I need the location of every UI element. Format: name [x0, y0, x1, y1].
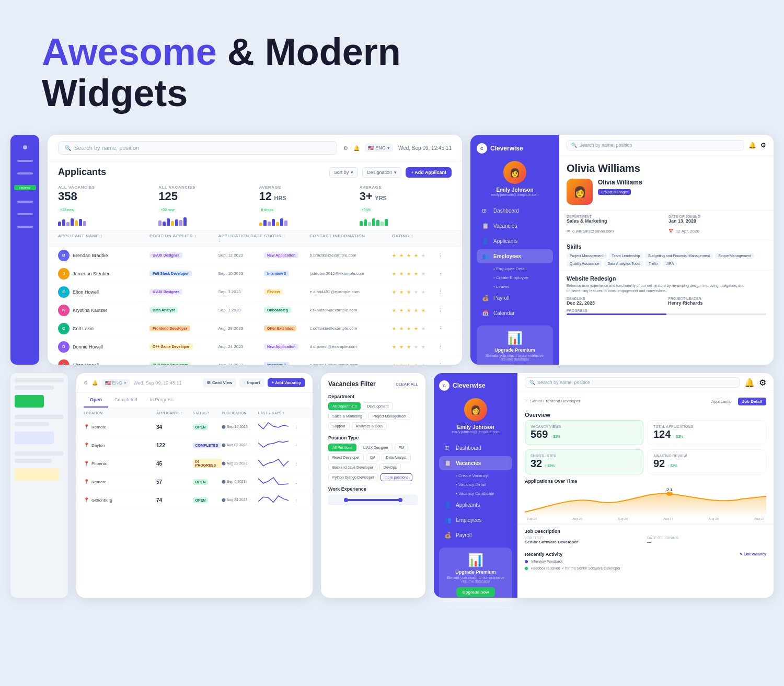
job-nav-dashboard[interactable]: ⊞ Dashboard — [439, 441, 512, 455]
subitem-create-employee[interactable]: • Create Employee — [489, 273, 553, 282]
svg-point-0 — [666, 492, 673, 496]
subitem-vacancy-candidate[interactable]: • Vacancy Candidate — [452, 489, 512, 498]
job-nav-employees[interactable]: 👥 Employees — [439, 513, 512, 527]
job-tab-detail[interactable]: Job Detail — [738, 398, 766, 405]
sidebar-item-payroll[interactable]: 💰 Payroll — [477, 291, 553, 305]
left-partial-card: vacancy — [10, 135, 39, 365]
subitem-create-vacancy[interactable]: • Create Vacancy — [452, 471, 512, 480]
skill-tag: Team Leadership — [609, 253, 643, 259]
subitem-leaves[interactable]: • Leaves — [489, 282, 553, 291]
bell-icon[interactable]: 🔔 — [748, 142, 756, 149]
job-logo-text: Cleverwise — [453, 382, 486, 389]
chip-qa[interactable]: QA — [366, 454, 379, 461]
chip-all-pos[interactable]: All Positions — [328, 444, 356, 451]
table-row[interactable]: C Colt Lakin Frontend Developer Aug. 28 … — [48, 320, 462, 338]
right-section: C Cleverwise 👩 Emily Johnson emily.johns… — [470, 135, 774, 365]
detail-search[interactable]: 🔍 Search by name, position — [567, 140, 744, 150]
chip-sales[interactable]: Sales & Marketing — [328, 412, 366, 420]
tab-completed[interactable]: Completed — [108, 393, 144, 408]
job-nav-applicants[interactable]: 👤 Applicants — [439, 498, 512, 512]
person-info: Olivia Williams Project Manager — [598, 179, 766, 195]
more-positions[interactable]: more positions — [381, 473, 413, 481]
bell-icon[interactable]: 🔔 — [744, 378, 755, 388]
sidebar-item-label: Payroll — [493, 295, 510, 301]
settings-icon[interactable]: ⚙ — [760, 142, 766, 149]
sidebar-item-vacancies[interactable]: 📋 Vacancies — [477, 219, 553, 233]
date-label: Wed, Sep 09, 12:45:11 — [398, 145, 452, 151]
vac-row[interactable]: 📍 Dayton 122 COMPLETED ⬤ Aug 02 2023 ⋮ — [76, 436, 313, 455]
skill-tag: Trello — [645, 261, 661, 266]
upgrade-icon: 📊 — [482, 331, 548, 345]
chip-data-analyst[interactable]: Data Analyst — [382, 454, 410, 461]
chip-all-dept[interactable]: All Department — [328, 402, 361, 410]
project-section: Website Redesign Enhance user experience… — [559, 271, 774, 319]
sidebar-item-employees[interactable]: 👥 Employees — [477, 249, 553, 263]
table-row[interactable]: B Brendan Bradtke UI/UX Designer Sep. 12… — [48, 247, 462, 265]
lang-badge[interactable]: 🇺🇸 ENG ▾ — [365, 144, 393, 152]
job-user-profile: 👩 Emily Johnson emily.johnson@template.c… — [439, 398, 512, 434]
sidebar-logo: C Cleverwise — [477, 143, 553, 154]
job-nav-payroll[interactable]: 💰 Payroll — [439, 528, 512, 542]
sidebar-item-label: Employees — [493, 253, 521, 259]
sidebar-item-calendar[interactable]: 📅 Calendar — [477, 306, 553, 320]
settings-icon[interactable]: ⚙ — [343, 145, 348, 151]
chip-analytics[interactable]: Analytics & Data — [352, 422, 387, 430]
chip-pm[interactable]: PM — [395, 444, 409, 451]
sort-by[interactable]: Sort by ▾ — [329, 167, 359, 178]
vac-header: ⚙🔔 🇺🇸 ENG ▾ Wed, Sep 09, 12:45:11 ⊞ Card… — [76, 373, 313, 393]
subitem-employee-detail[interactable]: • Employee Detail — [489, 264, 553, 273]
chip-ux[interactable]: UI/UX Designer — [359, 444, 393, 451]
dashboard-icon: ⊞ — [482, 207, 489, 214]
clear-all-btn[interactable]: CLEAR ALL — [396, 382, 418, 387]
chip-devops[interactable]: DevOps — [379, 463, 401, 471]
add-applicant-btn[interactable]: + Add Applicant — [406, 167, 452, 178]
designation[interactable]: Designation ▾ — [362, 167, 401, 178]
avatar: 👩 — [503, 161, 526, 184]
person-meta: DEPARTMENT Sales & Marketing DATE OF JOI… — [559, 211, 774, 239]
sidebar-item-applicants[interactable]: 👤 Applicants — [477, 234, 553, 248]
search-icon: 🔍 — [571, 143, 577, 148]
add-vacancy-btn[interactable]: + Add Vacancy — [268, 378, 305, 387]
chip-development[interactable]: Development — [363, 402, 393, 410]
chip-support[interactable]: Support — [328, 422, 350, 430]
search-bar[interactable]: 🔍 Search by name, position — [58, 141, 337, 155]
card-view-btn[interactable]: ⊞ Card View — [203, 378, 237, 387]
job-upgrade-btn[interactable]: Upgrade now — [456, 587, 495, 597]
table-row[interactable]: K Krystina Kautzer Data Analyst Sep. 1 2… — [48, 301, 462, 320]
job-search[interactable]: 🔍 Search by name, position — [525, 377, 740, 388]
chip-backend[interactable]: Backend Java Developer — [328, 463, 377, 471]
job-copyright: Copyright © 2023 By Merkative. All Right… — [439, 606, 512, 609]
job-nav-vacancies[interactable]: 📋 Vacancies — [439, 456, 512, 470]
table-row[interactable]: J Jameson Steuber Full Stack Developer S… — [48, 265, 462, 283]
job-tab-applicants[interactable]: Applicants — [707, 398, 735, 405]
tab-open[interactable]: Open — [84, 393, 108, 408]
department-field: DEPARTMENT Sales & Marketing — [567, 215, 664, 224]
bell-icon[interactable]: 🔔 — [353, 145, 360, 151]
leader-field: PROJECT LEADER Henry Richards — [668, 297, 766, 306]
table-row[interactable]: E Elton Howell PHP Web Developer Aug. 24… — [48, 356, 462, 365]
table-row[interactable]: D Donnie Howell C++ Game Developer Aug. … — [48, 338, 462, 356]
person-name: Olivia Williams — [567, 162, 766, 175]
subitem-vacancy-detail[interactable]: • Vacancy Detail — [452, 480, 512, 489]
chip-python[interactable]: Python Django Developer — [328, 473, 378, 481]
project-title: Website Redesign — [567, 275, 766, 282]
tab-inprogress[interactable]: In Progress — [144, 393, 180, 408]
settings-icon[interactable]: ⚙ — [759, 378, 766, 388]
edit-vacancy-btn[interactable]: ✎ Edit Vacancy — [740, 552, 766, 556]
sidebar-item-dashboard[interactable]: ⊞ Dashboard — [477, 204, 553, 218]
table-row[interactable]: E Elton Howell UI/UX Designer Sep. 3 202… — [48, 283, 462, 301]
job-detail-section: C Cleverwise 👩 Emily Johnson emily.johns… — [434, 373, 774, 598]
email-field: ✉ o.williams@email.com — [567, 228, 664, 235]
chip-react[interactable]: React Developer — [328, 454, 364, 461]
vac-row[interactable]: 📍 Githonburg 74 OPEN ⬤ Aug 24 2023 ⋮ — [76, 491, 313, 509]
chip-project-mgmt[interactable]: Project Management — [368, 412, 411, 420]
search-placeholder: Search by name, position — [74, 145, 139, 151]
hero-highlight: Awesome — [42, 31, 217, 73]
vac-row[interactable]: 📍 Phoenix 45 IN PROGRESS ⬤ Aug 22 2023 ⋮ — [76, 455, 313, 473]
vac-row[interactable]: 📍 Remote 34 OPEN ⬤ Sep 12 2023 ⋮ — [76, 418, 313, 436]
kpi-awaiting: AWAITING REVIEW 92 ↑ 32% — [648, 449, 766, 474]
job-upgrade-desc: Elevate your reach to our extensive resu… — [444, 576, 507, 583]
import-btn[interactable]: ↑ Import — [239, 378, 264, 387]
job-upgrade-card: 📊 Upgrade Premium Elevate your reach to … — [439, 548, 512, 602]
vac-row[interactable]: 📍 Remote 57 OPEN ⬤ Sep 6 2023 ⋮ — [76, 473, 313, 491]
